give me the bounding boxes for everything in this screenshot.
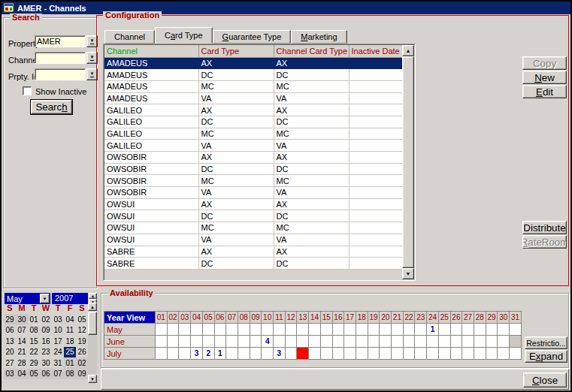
tab-marketing[interactable]: Marketing: [291, 30, 347, 44]
availability-cell[interactable]: [309, 348, 321, 360]
calendar-day[interactable]: 23: [40, 347, 52, 358]
calendar-day[interactable]: 03: [4, 369, 16, 380]
availability-cell[interactable]: [498, 336, 510, 348]
scroll-up-button[interactable]: ▲: [402, 45, 414, 56]
availability-cell[interactable]: [332, 348, 344, 360]
availability-cell[interactable]: [238, 324, 250, 336]
calendar-day[interactable]: 05: [28, 369, 40, 380]
availability-cell[interactable]: [156, 348, 168, 360]
availability-cell[interactable]: [297, 336, 309, 348]
availability-cell[interactable]: [368, 324, 380, 336]
calendar-day[interactable]: 11: [64, 325, 76, 336]
table-row[interactable]: OWSUIMCMC: [104, 222, 402, 234]
availability-cell[interactable]: [427, 348, 439, 360]
availability-cell[interactable]: [486, 336, 498, 348]
availability-cell[interactable]: [285, 324, 297, 336]
availability-cell[interactable]: [262, 348, 274, 360]
availability-cell[interactable]: [202, 336, 214, 348]
availability-cell[interactable]: 1: [214, 348, 226, 360]
calendar-day[interactable]: 22: [28, 347, 40, 358]
month-select[interactable]: May ▼: [5, 293, 50, 304]
availability-cell[interactable]: 4: [262, 336, 274, 348]
search-button[interactable]: Search: [31, 100, 72, 114]
availability-cell[interactable]: [262, 324, 274, 336]
availability-cell[interactable]: [403, 336, 415, 348]
availability-cell[interactable]: [320, 348, 332, 360]
availability-cell[interactable]: [392, 324, 404, 336]
table-row[interactable]: AMADEUSMCMC: [104, 80, 402, 92]
availability-cell[interactable]: [438, 348, 450, 360]
availability-cell[interactable]: [380, 336, 392, 348]
table-row[interactable]: GALILEOMCMC: [104, 128, 402, 140]
availability-cell[interactable]: [179, 336, 191, 348]
availability-cell[interactable]: [238, 348, 250, 360]
distribute-button[interactable]: Distribute: [522, 221, 567, 234]
availability-cell[interactable]: [297, 324, 309, 336]
availability-cell[interactable]: [250, 324, 262, 336]
availability-cell[interactable]: [238, 336, 250, 348]
calendar-day[interactable]: 07: [16, 325, 28, 336]
availability-cell[interactable]: [179, 324, 191, 336]
availability-cell[interactable]: [427, 336, 439, 348]
calendar-day[interactable]: 01: [64, 357, 76, 369]
availability-cell[interactable]: [332, 324, 344, 336]
table-row[interactable]: OWSOBIRDCDC: [104, 163, 402, 175]
calendar-day[interactable]: 02: [40, 314, 52, 325]
calendar-day[interactable]: 15: [28, 336, 40, 347]
availability-cell[interactable]: [344, 336, 356, 348]
availability-cell[interactable]: [156, 324, 168, 336]
availability-cell[interactable]: 3: [274, 348, 286, 360]
calendar-day[interactable]: 08: [28, 325, 40, 336]
table-row[interactable]: AMADEUSAXAX: [104, 57, 402, 69]
availability-cell[interactable]: [202, 324, 214, 336]
calendar-day[interactable]: 26: [76, 347, 88, 358]
rateroom-button[interactable]: RateRoom: [522, 235, 567, 249]
availability-cell[interactable]: [191, 324, 203, 336]
calendar-scrollbar[interactable]: ▲ ▼: [88, 303, 97, 383]
availability-cell[interactable]: [380, 324, 392, 336]
table-row[interactable]: AMADEUSDCDC: [104, 69, 402, 81]
availability-cell[interactable]: [450, 348, 462, 360]
availability-cell[interactable]: [415, 324, 427, 336]
calendar-day[interactable]: 24: [52, 347, 64, 358]
calendar-day[interactable]: 04: [64, 314, 76, 325]
scroll-up-button[interactable]: ▲: [88, 303, 97, 311]
table-row[interactable]: OWSUIDCDC: [104, 210, 402, 222]
table-row[interactable]: OWSOBIRAXAX: [104, 152, 402, 164]
availability-cell[interactable]: [450, 336, 462, 348]
availability-cell[interactable]: [356, 324, 368, 336]
edit-button[interactable]: Edit: [522, 85, 567, 98]
availability-cell[interactable]: [415, 348, 427, 360]
availability-cell[interactable]: [167, 324, 179, 336]
year-spinner-up[interactable]: ▲: [89, 293, 97, 299]
availability-cell[interactable]: [179, 348, 191, 360]
scrollbar-thumb[interactable]: [402, 56, 414, 268]
year-field[interactable]: 2007: [52, 293, 88, 304]
calendar-day[interactable]: 20: [4, 347, 16, 358]
calendar-day[interactable]: 25: [64, 347, 76, 358]
availability-cell[interactable]: [403, 348, 415, 360]
availability-cell[interactable]: [214, 336, 226, 348]
tab-guarantee-type[interactable]: Guarantee Type: [213, 30, 292, 44]
calendar-day[interactable]: 02: [76, 357, 88, 369]
availability-cell[interactable]: [380, 348, 392, 360]
availability-cell[interactable]: [320, 324, 332, 336]
availability-cell[interactable]: [498, 324, 510, 336]
calendar-day[interactable]: 28: [16, 357, 28, 369]
calendar-day[interactable]: 04: [16, 369, 28, 380]
table-row[interactable]: OWSUIVAVA: [104, 234, 402, 246]
calendar-day[interactable]: 05: [76, 314, 88, 325]
calendar-day[interactable]: 13: [4, 336, 16, 347]
availability-cell[interactable]: [285, 336, 297, 348]
calendar-day[interactable]: 12: [76, 325, 88, 336]
availability-cell[interactable]: [462, 336, 474, 348]
availability-cell[interactable]: [474, 348, 486, 360]
availability-cell[interactable]: [438, 324, 450, 336]
availability-cell[interactable]: 3: [191, 348, 203, 360]
availability-cell[interactable]: [309, 324, 321, 336]
scroll-down-button[interactable]: ▼: [88, 375, 97, 383]
new-button[interactable]: New: [522, 71, 567, 84]
prpty-id-input[interactable]: [35, 68, 86, 80]
calendar-day[interactable]: 18: [64, 336, 76, 347]
calendar-day[interactable]: 29: [28, 357, 40, 369]
